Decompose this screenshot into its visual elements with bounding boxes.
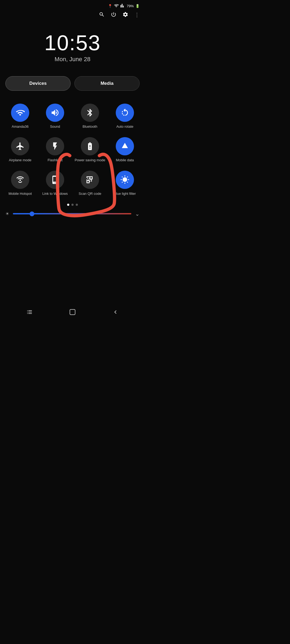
home-icon[interactable] bbox=[69, 309, 76, 317]
tile-sound[interactable]: Sound bbox=[38, 99, 73, 132]
page-dot-1 bbox=[67, 204, 69, 206]
flashlight-tile-icon bbox=[46, 137, 64, 155]
bluetooth-tile-icon bbox=[81, 104, 99, 122]
tile-bluetooth[interactable]: Bluetooth bbox=[73, 99, 107, 132]
clock-time: 10:53 bbox=[0, 32, 145, 54]
clock-section: 10:53 Mon, June 28 bbox=[0, 21, 145, 68]
recent-apps-icon[interactable] bbox=[26, 309, 33, 317]
autorotate-tile-label: Auto rotate bbox=[116, 125, 133, 129]
more-icon[interactable]: ⋮ bbox=[134, 12, 140, 19]
page-dot-2 bbox=[71, 204, 74, 206]
powersaving-tile-label: Power saving mode bbox=[75, 158, 105, 163]
battery-icon: 🔋 bbox=[135, 4, 140, 8]
clock-date: Mon, June 28 bbox=[0, 56, 145, 63]
search-icon[interactable] bbox=[99, 12, 105, 19]
mobiledata-tile-label: Mobile data bbox=[116, 158, 134, 163]
page-dot-3 bbox=[76, 204, 78, 206]
brightness-expand-icon[interactable]: ⌄ bbox=[135, 211, 140, 217]
tile-bluelightfilter[interactable]: Blue light filter bbox=[107, 166, 142, 199]
wifi-icon bbox=[114, 3, 119, 9]
autorotate-tile-icon bbox=[116, 104, 134, 122]
tile-hotspot[interactable]: Mobile Hotspot bbox=[3, 166, 38, 199]
tile-powersaving[interactable]: Power saving mode bbox=[73, 132, 107, 166]
tile-flashlight[interactable]: Flashlight bbox=[38, 132, 73, 166]
scanqr-tile-label: Scan QR code bbox=[79, 192, 102, 196]
sound-tile-icon bbox=[46, 104, 64, 122]
airplane-tile-icon bbox=[11, 137, 29, 155]
signal-icon bbox=[120, 3, 125, 9]
tab-row: Devices Media bbox=[0, 68, 145, 96]
status-bar: 📍 79% 🔋 bbox=[0, 0, 145, 10]
wifi-tile-label: Amanda36 bbox=[12, 125, 29, 129]
scanqr-tile-icon bbox=[81, 171, 99, 189]
bottom-nav bbox=[0, 305, 145, 322]
devices-tab[interactable]: Devices bbox=[5, 76, 71, 91]
linkwindows-tile-icon bbox=[46, 171, 64, 189]
tile-autorotate[interactable]: Auto rotate bbox=[107, 99, 142, 132]
mobiledata-tile-icon: ↑↓ bbox=[116, 137, 134, 155]
svg-text:↑↓: ↑↓ bbox=[123, 145, 127, 149]
power-icon[interactable] bbox=[111, 12, 117, 19]
brightness-slider[interactable] bbox=[13, 213, 131, 214]
airplane-tile-label: Airplane mode bbox=[9, 158, 31, 163]
brightness-min-icon: ☀ bbox=[5, 211, 9, 216]
bluetooth-tile-label: Bluetooth bbox=[83, 125, 97, 129]
tile-linkwindows[interactable]: Link to Windows bbox=[38, 166, 73, 199]
powersaving-tile-icon bbox=[81, 137, 99, 155]
brightness-row: ☀ ⌄ bbox=[0, 208, 145, 220]
brightness-thumb bbox=[30, 211, 34, 216]
hotspot-tile-icon bbox=[11, 171, 29, 189]
wifi-tile-icon bbox=[11, 104, 29, 122]
media-tab[interactable]: Media bbox=[74, 76, 140, 91]
tile-airplane[interactable]: Airplane mode bbox=[3, 132, 38, 166]
tile-wifi[interactable]: Amanda36 bbox=[3, 99, 38, 132]
tiles-grid: Amanda36 Sound Bluetooth Auto rotate Air… bbox=[0, 96, 145, 199]
tile-scanqr[interactable]: Scan QR code bbox=[73, 166, 107, 199]
bluelight-tile-label: Blue light filter bbox=[114, 192, 136, 196]
bluelight-tile-icon bbox=[116, 171, 134, 189]
flashlight-tile-label: Flashlight bbox=[48, 158, 63, 163]
sound-tile-label: Sound bbox=[50, 125, 60, 129]
action-bar: ⋮ bbox=[0, 10, 145, 21]
linkwindows-tile-label: Link to Windows bbox=[42, 192, 68, 196]
page-dots bbox=[0, 199, 145, 208]
location-icon: 📍 bbox=[108, 4, 112, 8]
battery-percent: 79% bbox=[127, 4, 134, 8]
settings-icon[interactable] bbox=[122, 12, 128, 19]
back-icon[interactable] bbox=[112, 309, 119, 317]
tile-mobiledata[interactable]: ↑↓ Mobile data bbox=[107, 132, 142, 166]
hotspot-tile-label: Mobile Hotspot bbox=[9, 192, 32, 196]
svg-rect-1 bbox=[70, 309, 75, 315]
